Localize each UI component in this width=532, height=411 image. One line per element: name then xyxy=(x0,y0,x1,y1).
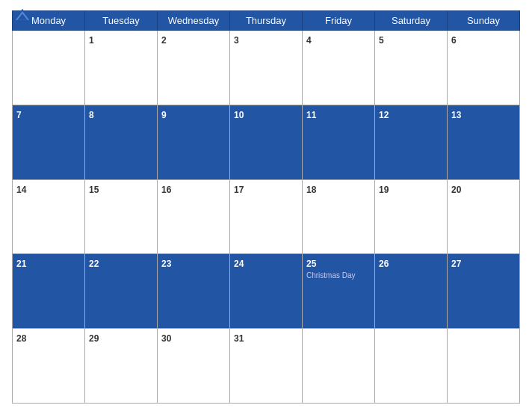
calendar-cell: 11 xyxy=(303,105,375,179)
week-row-5: 28293031 xyxy=(13,329,520,404)
day-number: 2 xyxy=(161,35,167,46)
weekday-header-thursday: Thursday xyxy=(230,11,303,31)
day-number: 8 xyxy=(89,110,94,120)
day-number: 15 xyxy=(89,185,99,195)
day-number: 21 xyxy=(16,259,26,269)
day-number: 9 xyxy=(161,110,167,120)
calendar-cell: 30 xyxy=(158,329,230,404)
calendar-cell: 24 xyxy=(230,254,303,329)
weekday-header-row: MondayTuesdayWednesdayThursdayFridaySatu… xyxy=(13,11,520,31)
day-number: 1 xyxy=(89,35,94,46)
weekday-header-tuesday: Tuesday xyxy=(85,11,158,31)
day-number: 18 xyxy=(306,185,316,195)
calendar-cell: 22 xyxy=(85,254,158,329)
day-number: 23 xyxy=(161,259,171,269)
weekday-header-sunday: Sunday xyxy=(448,11,520,31)
day-number: 30 xyxy=(161,333,171,344)
weekday-header-friday: Friday xyxy=(303,11,375,31)
day-number: 7 xyxy=(16,110,22,120)
logo-area xyxy=(12,7,36,22)
week-row-3: 14151617181920 xyxy=(13,179,520,254)
day-number: 22 xyxy=(89,259,99,269)
calendar-cell: 4 xyxy=(303,31,375,105)
day-number: 3 xyxy=(234,35,239,46)
day-number: 13 xyxy=(451,110,461,120)
day-number: 17 xyxy=(234,185,244,195)
weekday-header-saturday: Saturday xyxy=(375,11,448,31)
calendar-cell: 5 xyxy=(375,31,448,105)
calendar-cell: 1 xyxy=(85,31,158,105)
day-number: 16 xyxy=(161,185,171,195)
day-number: 19 xyxy=(379,185,389,195)
week-row-4: 2122232425Christmas Day2627 xyxy=(13,254,520,329)
calendar-cell: 29 xyxy=(85,329,158,404)
day-number: 10 xyxy=(234,110,244,120)
calendar-cell: 23 xyxy=(158,254,230,329)
calendar-cell xyxy=(303,329,375,404)
day-number: 5 xyxy=(379,35,384,46)
calendar-cell: 10 xyxy=(230,105,303,179)
calendar-cell: 12 xyxy=(375,105,448,179)
day-number: 14 xyxy=(16,185,26,195)
calendar-cell: 13 xyxy=(448,105,520,179)
calendar-cell: 7 xyxy=(13,105,85,179)
day-number: 20 xyxy=(451,185,461,195)
weekday-header-wednesday: Wednesday xyxy=(158,11,230,31)
calendar-cell: 6 xyxy=(448,31,520,105)
day-number: 31 xyxy=(234,333,244,344)
calendar-table: MondayTuesdayWednesdayThursdayFridaySatu… xyxy=(12,10,520,404)
day-number: 27 xyxy=(451,259,461,269)
calendar-cell: 21 xyxy=(13,254,85,329)
calendar-cell: 2 xyxy=(158,31,230,105)
calendar-cell: 25Christmas Day xyxy=(303,254,375,329)
holiday-label: Christmas Day xyxy=(306,271,371,279)
calendar-cell: 19 xyxy=(375,179,448,254)
day-number: 28 xyxy=(16,333,26,344)
calendar-cell: 27 xyxy=(448,254,520,329)
calendar-cell: 26 xyxy=(375,254,448,329)
calendar-cell: 8 xyxy=(85,105,158,179)
week-row-2: 78910111213 xyxy=(13,105,520,179)
calendar-cell: 20 xyxy=(448,179,520,254)
calendar-cell xyxy=(13,31,85,105)
day-number: 11 xyxy=(306,110,316,120)
day-number: 25 xyxy=(306,259,316,269)
calendar-cell: 9 xyxy=(158,105,230,179)
calendar-cell xyxy=(375,329,448,404)
logo-icon xyxy=(12,7,33,22)
calendar-cell: 16 xyxy=(158,179,230,254)
day-number: 26 xyxy=(379,259,389,269)
day-number: 12 xyxy=(379,110,389,120)
calendar-cell: 3 xyxy=(230,31,303,105)
day-number: 4 xyxy=(306,35,312,46)
calendar-cell: 31 xyxy=(230,329,303,404)
calendar-cell: 18 xyxy=(303,179,375,254)
week-row-1: 123456 xyxy=(13,31,520,105)
day-number: 24 xyxy=(234,259,244,269)
calendar-cell: 28 xyxy=(13,329,85,404)
calendar-cell xyxy=(448,329,520,404)
calendar-cell: 15 xyxy=(85,179,158,254)
calendar-cell: 17 xyxy=(230,179,303,254)
day-number: 29 xyxy=(89,333,99,344)
day-number: 6 xyxy=(451,35,457,46)
calendar-cell: 14 xyxy=(13,179,85,254)
